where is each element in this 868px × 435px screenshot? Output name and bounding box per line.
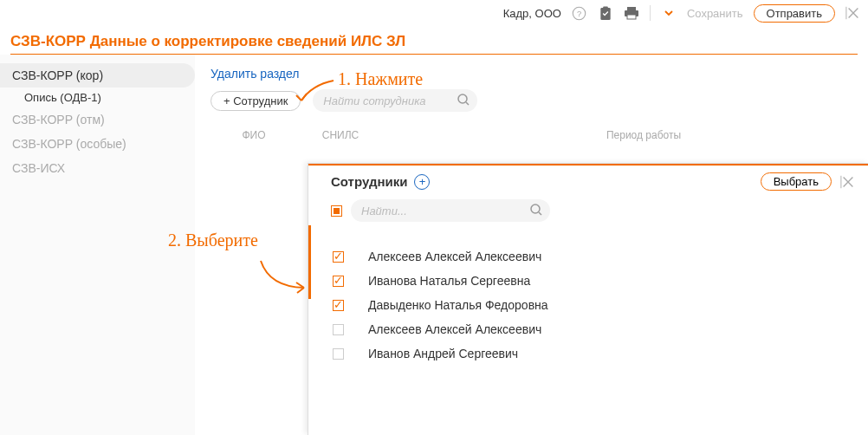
topbar: Кадр, ООО ? Сохранить Отправить [0, 0, 868, 26]
employee-name: Иванов Андрей Сергеевич [368, 347, 518, 360]
row-checkbox[interactable] [333, 276, 344, 287]
sidebar-item-szvkorr-kor[interactable]: СЗВ-КОРР (кор) [0, 63, 195, 88]
send-button[interactable]: Отправить [754, 4, 835, 23]
employees-panel: Сотрудники + Выбрать Алексеев Алексей Ал… [308, 163, 868, 435]
close-icon[interactable] [845, 5, 861, 21]
org-name: Кадр, ООО [503, 7, 561, 20]
select-all-checkbox[interactable] [331, 205, 342, 217]
employee-name: Иванова Наталья Сергеевна [368, 274, 530, 288]
panel-close-icon[interactable] [840, 174, 856, 190]
divider [650, 5, 651, 21]
choose-button[interactable]: Выбрать [761, 172, 832, 191]
delete-section-link[interactable]: Удалить раздел [211, 67, 300, 81]
col-snils: СНИЛС [297, 129, 384, 141]
search-icon[interactable] [457, 93, 470, 109]
svg-text:?: ? [577, 9, 581, 17]
svg-rect-6 [627, 15, 636, 19]
svg-point-7 [458, 94, 467, 103]
list-item[interactable]: Иванов Андрей Сергеевич [326, 341, 856, 366]
svg-point-8 [531, 205, 540, 213]
employee-name: Алексеев Алексей Алексеевич [368, 250, 541, 263]
list-item[interactable]: Алексеев Алексей Алексеевич [326, 317, 856, 341]
print-icon[interactable] [624, 5, 639, 21]
table-header: ФИО СНИЛС Период работы [211, 129, 852, 141]
panel-search-input[interactable] [360, 204, 524, 218]
row-checkbox[interactable] [333, 251, 344, 263]
sidebar: СЗВ-КОРР (кор) Опись (ОДВ-1) СЗВ-КОРР (о… [0, 55, 195, 435]
row-checkbox[interactable] [333, 348, 344, 360]
employee-list: Алексеев Алексей Алексеевич Иванова Ната… [308, 229, 868, 366]
panel-add-icon[interactable]: + [414, 174, 430, 190]
panel-search-icon[interactable] [529, 203, 543, 219]
row-checkbox[interactable] [333, 300, 344, 311]
page-title: СЗВ-КОРР Данные о корректировке сведений… [10, 33, 405, 50]
sidebar-item-szvkorr-osobye[interactable]: СЗВ-КОРР (особые) [0, 132, 195, 156]
clipboard-icon[interactable] [598, 5, 613, 21]
help-icon[interactable]: ? [572, 5, 587, 21]
row-checkbox[interactable] [333, 324, 344, 335]
list-item[interactable]: Давыденко Наталья Федоровна [326, 293, 856, 317]
chevron-down-icon[interactable] [661, 5, 677, 21]
save-button[interactable]: Сохранить [687, 7, 743, 20]
search-input[interactable] [321, 94, 451, 108]
svg-rect-4 [627, 7, 636, 10]
sidebar-item-szvkorr-otm[interactable]: СЗВ-КОРР (отм) [0, 107, 195, 132]
employee-name: Алексеев Алексей Алексеевич [368, 322, 541, 336]
col-period: Период работы [514, 129, 774, 141]
selection-marker [308, 225, 311, 299]
search-employee-wrap[interactable] [313, 89, 477, 112]
panel-accent [308, 164, 868, 166]
svg-rect-3 [603, 6, 608, 9]
sidebar-sub-opis[interactable]: Опись (ОДВ-1) [0, 88, 195, 107]
list-item[interactable]: Алексеев Алексей Алексеевич [326, 244, 856, 269]
employee-name: Давыденко Наталья Федоровна [368, 298, 548, 312]
add-employee-button[interactable]: + Сотрудник [211, 91, 301, 111]
panel-title: Сотрудники [331, 174, 407, 189]
sidebar-item-szv-ish[interactable]: СЗВ-ИСХ [0, 156, 195, 180]
col-fio: ФИО [211, 129, 297, 141]
list-item[interactable]: Иванова Наталья Сергеевна [326, 269, 856, 293]
panel-search-wrap[interactable] [351, 199, 550, 222]
